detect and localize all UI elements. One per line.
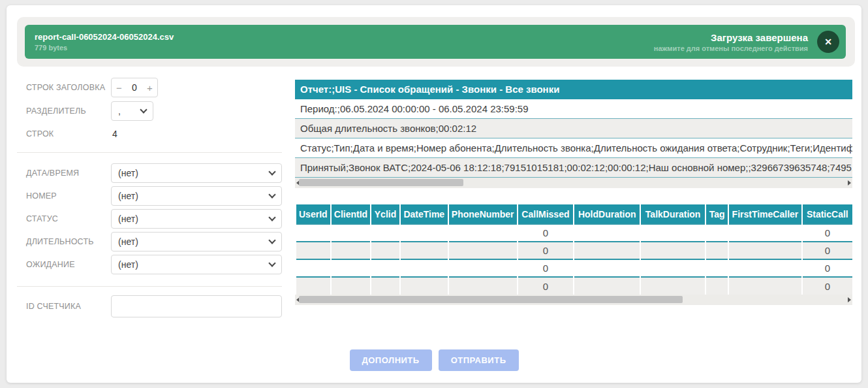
upload-dropzone[interactable]: report-call-06052024-06052024.csv 779 by…: [17, 17, 855, 67]
column-header-phonenumber: PhoneNumber: [448, 204, 518, 224]
table-cell: [640, 242, 705, 259]
table-cell: [574, 277, 640, 295]
table-cell: [400, 259, 448, 277]
csv-preview-row: Общая длительность звонков;00:02:12: [295, 119, 852, 138]
table-cell: [371, 259, 399, 277]
preview-panel: Отчет:;UIS - Список обращений - Звонки -…: [295, 80, 852, 305]
divider: [17, 286, 282, 287]
table-cell: [574, 242, 640, 259]
table-cell: [640, 224, 705, 242]
upload-banner[interactable]: report-call-06052024-06052024.csv 779 by…: [25, 25, 846, 59]
horizontal-scrollbar[interactable]: [295, 178, 852, 188]
decrement-button[interactable]: −: [112, 82, 127, 93]
column-header-talkduration: TalkDuration: [640, 204, 705, 224]
column-header-userid: UserId: [296, 204, 331, 224]
header-rows-label: СТРОК ЗАГОЛОВКА: [26, 83, 111, 92]
horizontal-scrollbar[interactable]: [295, 295, 852, 305]
counter-id-input[interactable]: [111, 295, 282, 317]
divider: [17, 152, 282, 153]
table-cell: 0: [802, 277, 852, 295]
increment-button[interactable]: +: [142, 82, 157, 93]
csv-preview-row: Статус;Тип;Дата и время;Номер абонента;Д…: [295, 138, 852, 158]
waiting-label: ОЖИДАНИЕ: [26, 260, 111, 269]
waiting-select[interactable]: (нет): [111, 255, 282, 274]
column-header-clientid: ClientId: [331, 204, 371, 224]
number-label: НОМЕР: [26, 191, 111, 201]
table-cell: [705, 224, 728, 242]
table-cell: [371, 224, 399, 242]
column-header-callmissed: CallMissed: [518, 204, 574, 224]
table-cell: [296, 224, 331, 242]
number-select-value: (нет): [118, 191, 138, 201]
table-row: 0 0: [296, 242, 852, 259]
table-cell: [574, 224, 640, 242]
table-cell: [640, 277, 705, 295]
datetime-select-value: (нет): [118, 168, 138, 178]
table-cell: [728, 277, 801, 295]
table-cell: [371, 277, 399, 295]
table-cell: 0: [802, 224, 852, 242]
number-select[interactable]: (нет): [111, 186, 282, 206]
table-cell: [331, 224, 371, 242]
datetime-select[interactable]: (нет): [111, 163, 282, 183]
spacer: [295, 188, 852, 204]
table-cell: [448, 259, 518, 277]
table-cell: [400, 277, 448, 295]
delimiter-label: РАЗДЕЛИТЕЛЬ: [26, 106, 111, 116]
datetime-label: ДАТА/ВРЕМЯ: [26, 169, 111, 178]
column-header-yclid: Yclid: [371, 204, 399, 224]
table-cell: [371, 242, 399, 259]
import-card: report-call-06052024-06052024.csv 779 by…: [7, 5, 861, 383]
rows-count-label: СТРОК: [26, 129, 111, 138]
status-select[interactable]: (нет): [111, 209, 282, 229]
status-select-value: (нет): [118, 214, 138, 224]
upload-status-subtitle: нажмите для отмены последнего действия: [654, 44, 808, 52]
table-cell: 0: [802, 242, 852, 259]
submit-button[interactable]: ОТПРАВИТЬ: [439, 349, 519, 371]
table-row: 0 0: [296, 277, 852, 295]
scroll-right-arrow-icon[interactable]: [848, 180, 851, 186]
waiting-select-value: (нет): [118, 259, 138, 270]
header-rows-stepper[interactable]: − 0 +: [111, 78, 158, 97]
uploaded-file-name: report-call-06052024-06052024.csv: [35, 32, 174, 42]
footer-actions: ДОПОЛНИТЬ ОТПРАВИТЬ: [7, 349, 861, 371]
table-row: 0 0: [296, 259, 852, 277]
table-cell: [574, 259, 640, 277]
table-cell: [448, 277, 518, 295]
table-cell: [331, 259, 371, 277]
table-cell: 0: [518, 259, 574, 277]
csv-preview-row: Отчет:;UIS - Список обращений - Звонки -…: [295, 80, 852, 99]
append-button[interactable]: ДОПОЛНИТЬ: [350, 349, 432, 371]
close-icon: ✕: [824, 37, 832, 47]
counter-id-label: ID СЧЕТЧИКА: [26, 302, 111, 311]
table-cell: [400, 224, 448, 242]
table-cell: [640, 259, 705, 277]
scrollbar-thumb[interactable]: [299, 296, 683, 303]
table-cell: 0: [802, 259, 852, 277]
delimiter-select[interactable]: ,: [111, 101, 153, 121]
stepper-value: 0: [127, 82, 142, 93]
chevron-down-icon: [268, 191, 275, 198]
table-cell: [331, 242, 371, 259]
mapping-form: СТРОК ЗАГОЛОВКА − 0 + РАЗДЕЛИТЕЛЬ , СТРО…: [17, 78, 282, 317]
rows-count-value: 4: [111, 129, 117, 139]
dismiss-upload-button[interactable]: ✕: [817, 31, 839, 53]
table-cell: [728, 259, 801, 277]
table-cell: [331, 277, 371, 295]
chevron-down-icon: [140, 106, 147, 113]
table-cell: [705, 242, 728, 259]
column-header-holdduration: HoldDuration: [574, 204, 640, 224]
upload-status-title: Загрузка завершена: [654, 32, 808, 43]
scroll-right-arrow-icon[interactable]: [848, 297, 851, 302]
table-cell: [705, 259, 728, 277]
column-header-staticcall: StaticCall: [802, 204, 852, 224]
column-header-firsttimecaller: FirstTimeCaller: [728, 204, 801, 224]
duration-select[interactable]: (нет): [111, 232, 282, 251]
duration-label: ДЛИТЕЛЬНОСТЬ: [26, 237, 111, 246]
table-cell: [728, 224, 801, 242]
chevron-down-icon: [268, 214, 275, 221]
scrollbar-thumb[interactable]: [299, 179, 463, 186]
table-cell: [448, 224, 518, 242]
chevron-down-icon: [268, 236, 275, 244]
table-row: 0 0: [296, 224, 852, 242]
